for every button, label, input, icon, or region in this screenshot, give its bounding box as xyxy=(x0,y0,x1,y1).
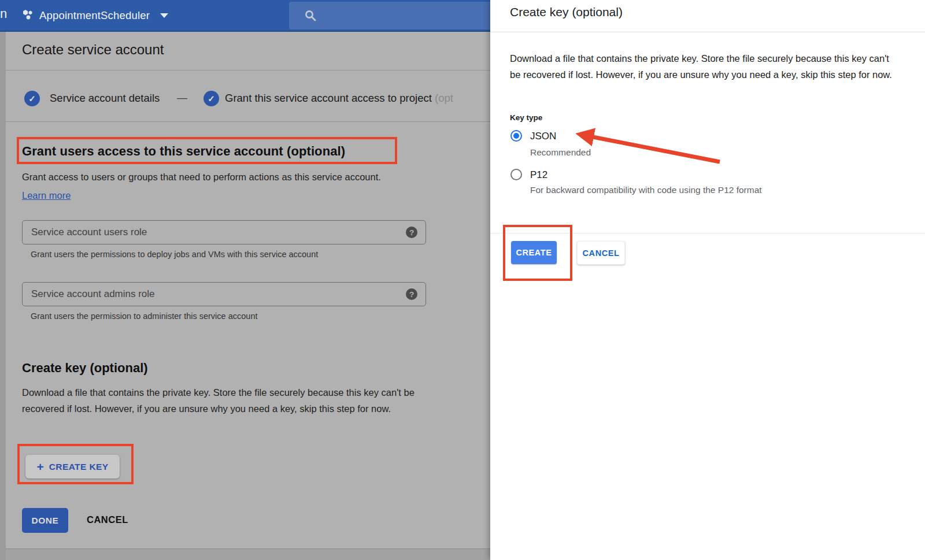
panel-divider xyxy=(490,32,925,32)
json-option-sublabel: Recommended xyxy=(530,147,591,158)
page-title: Create service account xyxy=(22,42,164,58)
field-label: Service account users role xyxy=(31,227,147,238)
panel-divider xyxy=(490,233,925,233)
search-input[interactable] xyxy=(289,2,490,29)
create-key-description: Download a file that contains the privat… xyxy=(22,385,415,417)
stepper-separator: — xyxy=(177,92,187,104)
service-account-admins-role-field[interactable]: Service account admins role ? xyxy=(22,282,426,306)
left-gutter xyxy=(0,32,6,560)
radio-dot xyxy=(513,133,519,139)
step2-label[interactable]: Grant this service account access to pro… xyxy=(225,92,453,105)
panel-title: Create key (optional) xyxy=(510,5,623,19)
cancel-button[interactable]: CANCEL xyxy=(577,241,625,265)
grant-section-description: Grant access to users or groups that nee… xyxy=(22,172,381,183)
create-key-button-label: CREATE KEY xyxy=(49,462,109,472)
search-icon xyxy=(304,9,317,25)
project-icon xyxy=(21,8,34,23)
top-app-bar: n AppointmentScheduler xyxy=(0,0,490,32)
plus-icon: + xyxy=(36,461,43,473)
grant-section-heading: Grant users access to this service accou… xyxy=(22,144,345,159)
panel-description: Download a file that contains the privat… xyxy=(510,51,896,83)
field-label: Service account admins role xyxy=(31,288,155,300)
partial-text: n xyxy=(0,6,7,21)
json-option-label[interactable]: JSON xyxy=(530,131,556,142)
step1-check-icon: ✓ xyxy=(24,91,40,106)
service-account-users-role-field[interactable]: Service account users role ? xyxy=(22,220,426,244)
help-icon[interactable]: ? xyxy=(406,288,417,300)
key-type-label: Key type xyxy=(510,113,542,122)
create-key-button[interactable]: + CREATE KEY xyxy=(25,455,120,479)
step2-check-icon: ✓ xyxy=(204,91,219,106)
screen: n AppointmentScheduler xyxy=(0,0,925,560)
stepper-divider xyxy=(6,121,490,122)
done-button[interactable]: DONE xyxy=(22,508,68,533)
chevron-down-icon xyxy=(160,13,168,18)
project-name: AppointmentScheduler xyxy=(39,9,150,22)
p12-option-label[interactable]: P12 xyxy=(530,169,547,181)
create-key-heading: Create key (optional) xyxy=(22,361,148,376)
p12-option-sublabel: For backward compatibility with code usi… xyxy=(530,185,762,195)
background-app: n AppointmentScheduler xyxy=(0,0,490,560)
p12-radio[interactable] xyxy=(510,169,522,180)
header-divider xyxy=(6,70,490,71)
step2-label-suffix: (opt xyxy=(435,92,453,104)
create-key-panel: Create key (optional) Download a file th… xyxy=(490,0,925,560)
help-icon[interactable]: ? xyxy=(406,227,417,238)
create-button[interactable]: CREATE xyxy=(511,241,557,264)
cancel-button-left[interactable]: CANCEL xyxy=(87,514,128,525)
json-radio[interactable] xyxy=(510,130,522,142)
field-helper-text: Grant users the permission to administer… xyxy=(31,311,257,321)
step1-label[interactable]: Service account details xyxy=(50,92,160,105)
field-helper-text: Grant users the permissions to deploy jo… xyxy=(31,250,318,259)
project-switcher[interactable]: AppointmentScheduler xyxy=(21,8,168,23)
learn-more-link[interactable]: Learn more xyxy=(22,190,71,201)
